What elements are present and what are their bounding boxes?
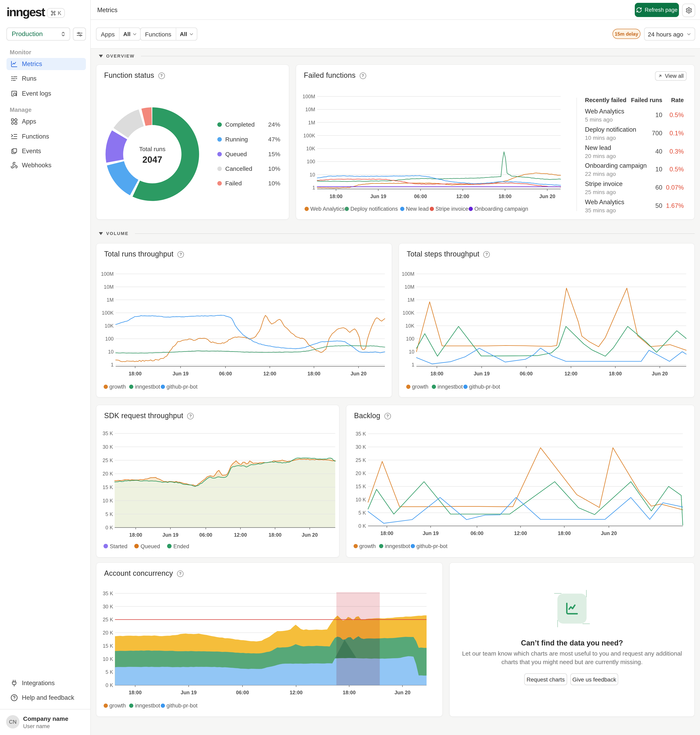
svg-text:1M: 1M	[308, 120, 315, 125]
svg-text:100: 100	[307, 159, 315, 164]
svg-text:10K: 10K	[105, 323, 114, 328]
svg-text:100: 100	[406, 336, 415, 342]
svg-text:github-pr-bot: github-pr-bot	[166, 703, 198, 708]
svg-text:18:00: 18:00	[129, 532, 142, 538]
svg-text:06:00: 06:00	[199, 532, 212, 538]
svg-text:1M: 1M	[407, 297, 415, 303]
svg-text:12:00: 12:00	[456, 193, 469, 199]
svg-text:growth: growth	[412, 384, 428, 390]
svg-text:18:00: 18:00	[380, 530, 393, 536]
svg-text:18:00: 18:00	[307, 371, 321, 376]
svg-text:06:00: 06:00	[520, 371, 533, 376]
svg-text:18:00: 18:00	[343, 689, 356, 695]
svg-text:10M: 10M	[104, 284, 114, 290]
svg-text:Jun 19: Jun 19	[181, 689, 197, 695]
svg-text:10%: 10%	[268, 165, 280, 172]
svg-text:10K: 10K	[406, 323, 415, 328]
svg-text:Jun 19: Jun 19	[422, 530, 438, 536]
svg-text:35 K: 35 K	[103, 591, 113, 596]
svg-text:10 K: 10 K	[103, 498, 113, 504]
svg-text:Jun 20: Jun 20	[652, 371, 668, 376]
svg-text:15%: 15%	[268, 151, 280, 158]
svg-text:Ended: Ended	[174, 544, 189, 549]
svg-text:100M: 100M	[401, 271, 415, 277]
svg-text:Jun 20: Jun 20	[350, 371, 366, 376]
svg-text:35 K: 35 K	[103, 430, 113, 436]
svg-text:100M: 100M	[302, 94, 315, 99]
svg-text:Jun 20: Jun 20	[394, 689, 410, 695]
svg-text:Cancelled: Cancelled	[225, 165, 252, 172]
svg-text:Failed: Failed	[225, 180, 242, 187]
svg-text:growth: growth	[359, 543, 376, 549]
svg-text:20 K: 20 K	[103, 630, 113, 636]
svg-text:18:00: 18:00	[269, 532, 282, 538]
svg-text:12:00: 12:00	[514, 530, 527, 536]
svg-text:Completed: Completed	[225, 121, 254, 128]
svg-text:47%: 47%	[268, 136, 280, 143]
svg-text:25 K: 25 K	[103, 457, 113, 463]
svg-text:10 K: 10 K	[356, 497, 366, 502]
svg-text:10M: 10M	[305, 106, 315, 112]
svg-text:Jun 19: Jun 19	[162, 532, 178, 538]
svg-text:30 K: 30 K	[103, 604, 113, 610]
svg-text:100K: 100K	[303, 133, 315, 138]
svg-text:Jun 19: Jun 19	[172, 371, 188, 376]
svg-text:18:00: 18:00	[329, 193, 343, 199]
svg-text:1: 1	[111, 362, 114, 367]
svg-text:10M: 10M	[404, 284, 415, 290]
svg-text:inngestbot: inngestbot	[135, 703, 160, 708]
svg-text:growth: growth	[109, 703, 126, 708]
svg-text:1: 1	[312, 185, 315, 190]
svg-text:5 K: 5 K	[358, 510, 366, 516]
svg-text:10%: 10%	[268, 180, 280, 187]
svg-text:15 K: 15 K	[103, 485, 113, 490]
svg-text:35 K: 35 K	[356, 431, 366, 437]
svg-text:5 K: 5 K	[106, 669, 113, 675]
svg-text:Queued: Queued	[141, 544, 160, 549]
svg-text:Total runs: Total runs	[139, 146, 165, 152]
svg-text:24%: 24%	[268, 121, 280, 128]
svg-text:2047: 2047	[143, 155, 162, 165]
svg-text:10: 10	[309, 172, 315, 177]
svg-text:18:00: 18:00	[609, 371, 622, 376]
svg-text:Jun 20: Jun 20	[302, 532, 318, 538]
svg-text:20 K: 20 K	[103, 471, 113, 476]
svg-text:12:00: 12:00	[290, 689, 303, 695]
svg-text:18:00: 18:00	[431, 371, 443, 376]
svg-text:15 K: 15 K	[103, 643, 113, 649]
svg-text:1: 1	[412, 362, 415, 367]
svg-text:100M: 100M	[101, 271, 114, 277]
svg-text:12:00: 12:00	[234, 532, 247, 538]
svg-text:25 K: 25 K	[103, 617, 113, 622]
svg-text:inngestbot: inngestbot	[385, 543, 410, 549]
svg-text:inngestbot: inngestbot	[437, 384, 463, 390]
svg-text:Jun 20: Jun 20	[601, 530, 617, 536]
svg-text:Jun 20: Jun 20	[539, 193, 555, 199]
svg-text:5 K: 5 K	[105, 511, 113, 517]
svg-text:github-pr-bot: github-pr-bot	[416, 543, 448, 549]
svg-text:18:00: 18:00	[129, 371, 141, 376]
svg-text:growth: growth	[109, 384, 126, 390]
svg-text:Deploy notifications: Deploy notifications	[350, 206, 398, 212]
svg-text:12:00: 12:00	[263, 371, 276, 376]
svg-text:06:00: 06:00	[236, 689, 249, 695]
svg-text:10: 10	[108, 349, 114, 355]
svg-text:Web Analytics: Web Analytics	[310, 206, 344, 212]
svg-text:New lead: New lead	[406, 206, 429, 212]
svg-text:12:00: 12:00	[565, 371, 578, 376]
svg-text:10: 10	[409, 349, 415, 355]
svg-text:25 K: 25 K	[356, 457, 366, 463]
svg-text:Jun 19: Jun 19	[474, 371, 490, 376]
svg-text:06:00: 06:00	[414, 193, 427, 199]
svg-text:30 K: 30 K	[356, 444, 366, 450]
svg-text:Jun 19: Jun 19	[370, 193, 386, 199]
svg-text:100: 100	[105, 336, 114, 342]
svg-text:20 K: 20 K	[356, 470, 366, 476]
svg-text:1M: 1M	[107, 297, 114, 303]
svg-text:Running: Running	[225, 136, 248, 143]
svg-text:0 K: 0 K	[105, 525, 113, 530]
svg-text:Started: Started	[110, 544, 127, 549]
svg-text:github-pr-bot: github-pr-bot	[469, 384, 500, 390]
svg-text:18:00: 18:00	[499, 193, 512, 199]
svg-text:100K: 100K	[102, 310, 114, 316]
